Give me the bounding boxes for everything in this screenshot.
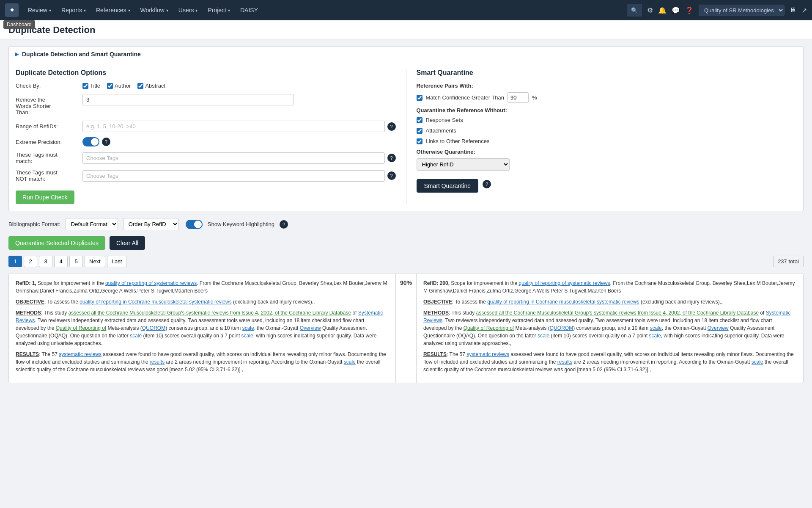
range-help-button[interactable]: ? [387, 122, 396, 131]
extreme-precision-label: Extreme Precision: [16, 139, 79, 145]
last-button[interactable]: Last [107, 256, 127, 267]
right-scale3-link[interactable]: scale [649, 333, 661, 339]
tags-not-match-input[interactable]: Choose Tags [82, 170, 385, 182]
check-title-checkbox[interactable] [82, 83, 88, 89]
nav-references[interactable]: References ▾ [92, 4, 134, 16]
help-icon[interactable]: ❓ [685, 6, 694, 14]
tags-not-match-row: These Tags mustNOT match: Choose Tags ? [16, 169, 396, 182]
remove-words-input[interactable] [82, 94, 294, 105]
format-select[interactable]: Default Format APA MLA [66, 218, 118, 230]
page-2-button[interactable]: 2 [24, 256, 37, 267]
check-abstract-checkbox[interactable] [137, 83, 143, 89]
run-dupe-check-button[interactable]: Run Dupe Check [16, 190, 74, 204]
collapsible-body: Duplicate Detection Options Check By: Ti… [9, 62, 803, 211]
result-card-right: RefID: 200, Scope for improvement in the… [417, 273, 803, 383]
range-refids-row: Range of RefIDs: ? [16, 121, 396, 132]
extreme-precision-toggle[interactable] [82, 137, 99, 146]
right-objective-label: OBJECTIVE [423, 299, 452, 305]
search-button[interactable]: 🔍 [627, 4, 642, 17]
otherwise-quarantine-select[interactable]: Higher RefID Lower RefID [417, 158, 510, 171]
keyword-highlight-toggle[interactable] [186, 220, 203, 229]
left-obj-link[interactable]: quality of reporting in Cochrane musculo… [80, 299, 232, 305]
right-quorom-link[interactable]: QUOROM [550, 325, 573, 331]
quarantine-selected-button[interactable]: Quarantine Selected Duplicates [8, 236, 105, 250]
links-other-checkbox[interactable] [417, 138, 422, 144]
nav-daisy[interactable]: DAISY [236, 4, 262, 16]
settings-icon[interactable]: ⚙ [647, 6, 653, 14]
main-content: ▶ Duplicate Detection and Smart Quaranti… [0, 39, 812, 390]
show-highlight-label: Show Keyword Highlighting [208, 221, 274, 227]
result-card-left: RefID: 1, Scope for improvement in the q… [9, 273, 395, 383]
links-other-label: Links to Other References [426, 138, 490, 144]
order-select[interactable]: Order By RefID Order By Author [123, 218, 179, 230]
display-icon[interactable]: 🖥 [790, 6, 796, 14]
otherwise-select-row: Higher RefID Lower RefID [417, 158, 797, 171]
check-abstract-item[interactable]: Abstract [137, 83, 165, 89]
match-confidence-checkbox[interactable] [417, 95, 422, 101]
left-overview-link[interactable]: Overview [300, 325, 321, 331]
left-quorom-link[interactable]: QUOROM [142, 325, 165, 331]
next-button[interactable]: Next [85, 256, 105, 267]
left-syst-reviews-link[interactable]: systematic reviews [59, 351, 102, 357]
chevron-down-icon: ▾ [228, 8, 230, 13]
left-results-link[interactable]: results [150, 359, 165, 365]
right-syst-reviews-link[interactable]: systematic reviews [466, 351, 509, 357]
app-logo[interactable]: ✦ [5, 3, 19, 17]
nav-users[interactable]: Users ▾ [174, 4, 202, 16]
tags-match-input[interactable]: Choose Tags [82, 152, 385, 164]
right-overview-link[interactable]: Overview [708, 325, 729, 331]
toolbar-row: Bibliographic Format: Default Format APA… [8, 218, 804, 230]
highlight-help-button[interactable]: ? [280, 220, 288, 229]
extreme-help-button[interactable]: ? [102, 138, 110, 146]
range-refids-input[interactable] [82, 121, 385, 132]
page-3-button[interactable]: 3 [39, 256, 52, 267]
tags-not-match-help-button[interactable]: ? [387, 171, 396, 180]
left-link1[interactable]: quality of reporting of systematic revie… [105, 280, 197, 286]
nav-project[interactable]: Project ▾ [203, 4, 234, 16]
project-select[interactable]: Quality of SR Methodologies [699, 5, 785, 16]
match-confidence-suffix: % [532, 94, 537, 101]
left-objective-label: OBJECTIVE [16, 299, 44, 305]
left-methods-link1[interactable]: assessed all the Cochrane Musculoskeleta… [68, 310, 351, 316]
check-by-group: Title Author Abstract [82, 83, 165, 89]
nav-reports[interactable]: Reports ▾ [57, 4, 90, 16]
left-quality-link[interactable]: Quality of Reporting of [56, 325, 106, 331]
dashboard-tooltip: Dashboard [3, 20, 35, 29]
confidence-column: 90% [395, 273, 417, 383]
right-scale2-link[interactable]: scale [538, 333, 549, 339]
left-results-label: RESULTS [16, 351, 39, 357]
right-scale1-link[interactable]: scale [650, 325, 662, 331]
nav-review[interactable]: Review ▾ [24, 4, 55, 16]
response-sets-checkbox[interactable] [417, 117, 422, 123]
left-scale4-link[interactable]: scale [344, 359, 356, 365]
right-methods-link1[interactable]: assessed all the Cochrane Musculoskeleta… [476, 310, 759, 316]
check-title-item[interactable]: Title [82, 83, 100, 89]
notification-icon[interactable]: 🔔 [658, 6, 667, 14]
page-5-button[interactable]: 5 [69, 256, 83, 267]
page-1-button[interactable]: 1 [8, 256, 22, 267]
tags-match-help-button[interactable]: ? [387, 154, 396, 162]
attachments-checkbox[interactable] [417, 128, 422, 134]
match-confidence-input[interactable] [508, 92, 529, 103]
left-scale2-link[interactable]: scale [130, 333, 142, 339]
left-scale3-link[interactable]: scale [241, 333, 253, 339]
chat-icon[interactable]: 💬 [672, 6, 680, 14]
smart-quarantine-button[interactable]: Smart Quarantine [417, 179, 479, 193]
left-scale1-link[interactable]: scale [242, 325, 254, 331]
right-link1[interactable]: quality of reporting of systematic revie… [518, 280, 610, 286]
collapsible-header[interactable]: ▶ Duplicate Detection and Smart Quaranti… [9, 47, 803, 62]
check-author-item[interactable]: Author [107, 83, 131, 89]
range-refids-label: Range of RefIDs: [16, 123, 79, 130]
clear-all-button[interactable]: Clear All [110, 236, 145, 250]
smart-quarantine-help-button[interactable]: ? [483, 180, 491, 188]
right-results-link[interactable]: results [557, 359, 572, 365]
page-4-button[interactable]: 4 [54, 256, 68, 267]
check-author-checkbox[interactable] [107, 83, 113, 89]
nav-workflow[interactable]: Workflow ▾ [136, 4, 173, 16]
right-quality-link[interactable]: Quality of Reporting of [464, 325, 514, 331]
topnav: ✦ Review ▾ Reports ▾ References ▾ Workfl… [0, 0, 812, 20]
response-sets-row: Response Sets [417, 117, 797, 123]
right-obj-link[interactable]: quality of reporting in Cochrane musculo… [487, 299, 639, 305]
right-scale4-link[interactable]: scale [752, 359, 763, 365]
expand-icon[interactable]: ↗ [801, 6, 807, 14]
